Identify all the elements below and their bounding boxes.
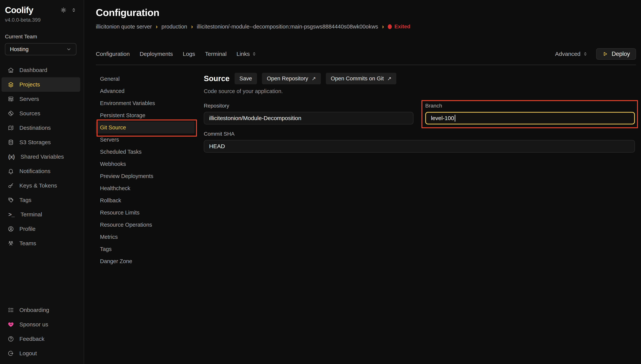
subnav-item-healthcheck[interactable]: Healthcheck <box>96 182 195 194</box>
open-repository-label: Open Repository <box>267 76 308 82</box>
sidebar: Coolify v4.0.0-beta.399 Current Team Hos… <box>0 0 84 364</box>
key-icon <box>8 182 14 189</box>
sidebar-item-profile[interactable]: Profile <box>2 222 80 236</box>
sidebar-item-servers[interactable]: Servers <box>2 92 80 106</box>
subnav-item-servers[interactable]: Servers <box>96 134 195 146</box>
sidebar-item-label: Projects <box>20 81 40 88</box>
sidebar-item-sources[interactable]: Sources <box>2 106 80 121</box>
sidebar-item-destinations[interactable]: Destinations <box>2 121 80 135</box>
sidebar-item-label: S3 Storages <box>20 139 51 146</box>
subnav-item-rollback[interactable]: Rollback <box>96 194 195 206</box>
sidebar-item-label: Tags <box>20 197 31 203</box>
sidebar-item-onboarding[interactable]: Onboarding <box>2 303 80 317</box>
subnav-item-scheduled-tasks[interactable]: Scheduled Tasks <box>96 146 195 158</box>
subnav-item-preview-deployments[interactable]: Preview Deployments <box>96 170 195 182</box>
app-logo: Coolify <box>5 5 33 15</box>
content-row: General Advanced Environment Variables P… <box>96 73 636 267</box>
sidebar-item-feedback[interactable]: Feedback <box>2 332 80 346</box>
sidebar-footer: Onboarding Sponsor us Feedback Logout <box>0 303 84 360</box>
bell-icon <box>8 168 14 174</box>
chevron-right-icon: › <box>156 23 158 30</box>
subnav-item-resource-operations[interactable]: Resource Operations <box>96 219 195 231</box>
branch-value: level-100 <box>431 115 454 122</box>
breadcrumb-environment[interactable]: production <box>161 24 187 30</box>
deploy-label: Deploy <box>612 50 630 57</box>
chevron-up-down-icon <box>252 52 257 56</box>
subnav-item-danger-zone[interactable]: Danger Zone <box>96 255 195 267</box>
chevron-right-icon: › <box>382 23 384 30</box>
sidebar-item-label: Terminal <box>21 211 42 218</box>
subnav-item-webhooks[interactable]: Webhooks <box>96 158 195 170</box>
branch-field: Branch level-100 <box>425 103 635 124</box>
settings-subnav: General Advanced Environment Variables P… <box>96 73 195 267</box>
layers-icon <box>8 81 14 88</box>
open-commits-button[interactable]: Open Commits on Git ↗ <box>326 73 396 84</box>
deploy-button[interactable]: Deploy <box>596 48 636 60</box>
breadcrumb-resource[interactable]: illicitestonion/-module--decomposition:m… <box>197 24 378 30</box>
subnav-item-metrics[interactable]: Metrics <box>96 231 195 243</box>
source-description: Code source of your application. <box>204 88 635 94</box>
status-text: Exited <box>394 24 410 30</box>
branch-label: Branch <box>425 103 635 109</box>
main-content: Configuration illicitonion quote server … <box>85 0 641 364</box>
advanced-dropdown[interactable]: Advanced <box>555 51 587 57</box>
external-link-icon: ↗ <box>387 76 392 82</box>
tab-deployments[interactable]: Deployments <box>140 51 173 57</box>
sidebar-item-label: Teams <box>20 240 36 246</box>
repository-label: Repository <box>204 103 413 109</box>
tab-configuration[interactable]: Configuration <box>96 51 130 57</box>
sidebar-item-label: Keys & Tokens <box>20 182 57 189</box>
sidebar-item-logout[interactable]: Logout <box>2 346 80 360</box>
source-header: Source Save Open Repository ↗ Open Commi… <box>204 73 635 84</box>
repository-input[interactable] <box>204 112 413 124</box>
page-title: Configuration <box>96 7 636 18</box>
repository-field: Repository <box>204 103 413 124</box>
sidebar-item-shared-variables[interactable]: (x) Shared Variables <box>2 150 80 164</box>
subnav-item-tags[interactable]: Tags <box>96 243 195 255</box>
git-source-icon <box>8 110 14 117</box>
database-icon <box>8 139 14 146</box>
home-icon <box>8 67 14 73</box>
theme-sun-icon[interactable] <box>61 7 67 13</box>
sidebar-item-sponsor-us[interactable]: Sponsor us <box>2 317 80 332</box>
sidebar-item-label: Notifications <box>20 168 50 174</box>
open-commits-label: Open Commits on Git <box>331 76 384 82</box>
chevron-right-icon: › <box>191 23 193 30</box>
subnav-item-advanced[interactable]: Advanced <box>96 85 195 97</box>
sidebar-item-dashboard[interactable]: Dashboard <box>2 63 80 77</box>
breadcrumb-project[interactable]: illicitonion quote server <box>96 24 152 30</box>
subnav-item-persistent-storage[interactable]: Persistent Storage <box>96 109 195 122</box>
subnav-item-resource-limits[interactable]: Resource Limits <box>96 206 195 219</box>
sidebar-item-teams[interactable]: Teams <box>2 236 80 250</box>
current-team-label: Current Team <box>0 34 84 40</box>
font-size-selector-icon[interactable] <box>71 8 77 13</box>
tab-terminal[interactable]: Terminal <box>205 51 227 57</box>
logo-icons <box>61 7 77 13</box>
branch-input[interactable]: level-100 <box>425 112 635 124</box>
source-heading: Source <box>204 74 230 83</box>
subnav-item-environment-variables[interactable]: Environment Variables <box>96 97 195 109</box>
source-form: Repository Branch level-100 Commit SHA <box>204 103 635 152</box>
subnav-item-general[interactable]: General <box>96 73 195 85</box>
sidebar-item-notifications[interactable]: Notifications <box>2 164 80 178</box>
tabs: Configuration Deployments Logs Terminal … <box>96 51 257 57</box>
subnav-item-git-source[interactable]: Git Source <box>96 122 195 134</box>
tab-links[interactable]: Links <box>237 51 257 57</box>
sidebar-item-label: Servers <box>20 96 39 102</box>
commit-sha-field: Commit SHA <box>204 131 635 152</box>
team-select[interactable]: Hosting <box>5 43 77 55</box>
tab-logs[interactable]: Logs <box>183 51 195 57</box>
users-icon <box>8 240 14 246</box>
commit-sha-input[interactable] <box>204 140 635 152</box>
git-source-panel: Source Save Open Repository ↗ Open Commi… <box>195 73 636 267</box>
sidebar-item-label: Feedback <box>20 336 45 342</box>
sidebar-nav: Dashboard Projects Servers Sources Desti… <box>0 63 84 250</box>
sidebar-item-projects[interactable]: Projects <box>2 77 80 92</box>
save-button[interactable]: Save <box>235 73 257 84</box>
sidebar-item-keys-tokens[interactable]: Keys & Tokens <box>2 178 80 193</box>
sidebar-item-terminal[interactable]: >_ Terminal <box>2 207 80 222</box>
sidebar-item-tags[interactable]: Tags <box>2 193 80 207</box>
breadcrumb: illicitonion quote server › production ›… <box>96 23 636 30</box>
open-repository-button[interactable]: Open Repository ↗ <box>262 73 321 84</box>
sidebar-item-s3-storages[interactable]: S3 Storages <box>2 135 80 150</box>
